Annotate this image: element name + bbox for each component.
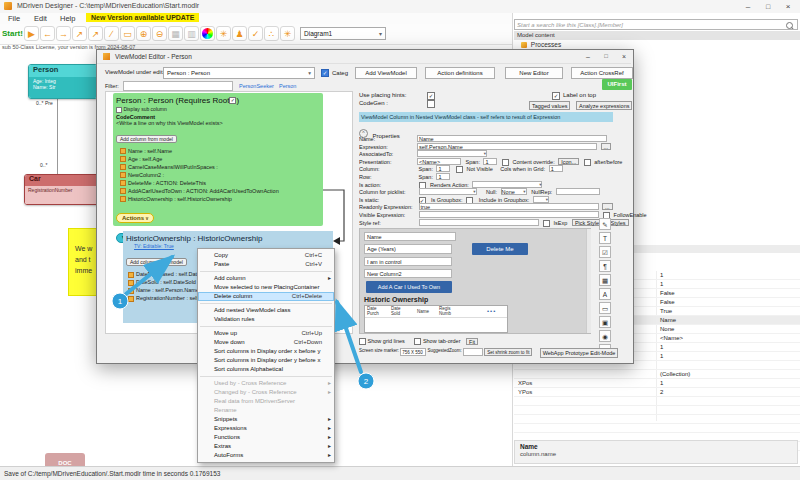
menu-item-delete-column[interactable]: Delete columnCtrl+Delete (198, 292, 334, 301)
zoom-in-icon[interactable]: ⊕ (136, 26, 151, 41)
text-icon[interactable]: T (599, 232, 611, 244)
menu-item-sort-x-before-y[interactable]: Sort columns in Display order x before y (198, 347, 334, 356)
action-crossref-button[interactable]: Action CrossRef (571, 67, 633, 79)
expression-ellipsis-button[interactable]: ... (601, 143, 612, 150)
menu-item-copy[interactable]: CopyCtrl+C (198, 251, 334, 260)
menu-file[interactable]: File (8, 14, 20, 23)
button-icon[interactable]: ▭ (599, 302, 611, 314)
add-column-button[interactable]: Add column from model (126, 258, 187, 266)
menu-item-add-column[interactable]: Add column▸ (198, 274, 334, 283)
tree-item-processes[interactable]: Processes (521, 41, 561, 48)
styleref-field[interactable] (419, 219, 539, 226)
fit-button[interactable]: Fit (466, 338, 478, 345)
class-box-car[interactable]: Car RegistrationNumber (24, 174, 100, 205)
preview-delete-me-button[interactable]: Delete Me (472, 243, 528, 255)
show-grid-lines-checkbox[interactable] (359, 338, 366, 345)
dialog-maximize-button[interactable]: □ (598, 51, 614, 62)
minimize-button[interactable]: – (740, 1, 756, 12)
webapp-prototype-button[interactable]: WebApp Prototype Edit-Mode (540, 348, 619, 358)
grid-menu-dots-icon[interactable]: ••• (487, 308, 496, 314)
class-box-person[interactable]: Person Age: Integ Name: Str (28, 64, 98, 99)
readonly-field[interactable]: true (419, 203, 599, 210)
paragraph-icon[interactable]: ¶ (599, 260, 611, 272)
search-input[interactable]: Start a search like this [Class].[Member… (514, 19, 798, 30)
image-icon[interactable]: ▣ (599, 316, 611, 328)
associatedto-select[interactable] (417, 150, 487, 157)
nullrep-field[interactable] (556, 188, 600, 195)
vm-column[interactable]: CamelCaseMeansIWillPutInSpaces : (120, 163, 320, 171)
menu-item-expressions[interactable]: Expressions▸ (198, 424, 334, 433)
menu-item-validation-rules[interactable]: Validation rules (198, 315, 334, 324)
checkbox-icon[interactable]: ☑ (599, 246, 611, 258)
menu-item-functions[interactable]: Functions▸ (198, 433, 334, 442)
menu-item-sort-y-before-x[interactable]: Sort columns in Display order y before x (198, 356, 334, 365)
nav-back-icon[interactable]: ← (40, 26, 55, 41)
user-icon[interactable]: ♟ (232, 26, 247, 41)
link-personseeker[interactable]: PersonSeeker (239, 83, 274, 89)
menu-help[interactable]: Help (60, 14, 75, 23)
menu-item-sort-alphabetical[interactable]: Sort columns Alphabetical (198, 365, 334, 374)
table-row[interactable]: YPos2 (514, 388, 800, 397)
preview-grid[interactable]: DatePurch DateSold Name RegisNumb ••• (364, 305, 508, 333)
display-sub-checkbox[interactable] (116, 107, 122, 113)
vm-column[interactable]: AddACarIUsedToOwn : ACTION: AddACarIUsed… (120, 187, 320, 195)
menu-item-add-nested-viewmodel[interactable]: Add nested ViewModel class (198, 306, 334, 315)
preview-name-input[interactable]: Name (364, 232, 456, 241)
vm-column[interactable]: DeleteMe : ACTION: DeleteThis (120, 179, 320, 187)
row-span-field[interactable]: 1 (436, 173, 450, 180)
update-notice[interactable]: New Version available UPDATE (86, 13, 199, 22)
table-row[interactable]: XPos1 (514, 379, 800, 388)
preview-control-input[interactable]: I am in control (364, 257, 452, 266)
isexp-checkbox[interactable] (543, 220, 550, 227)
action-definitions-button[interactable]: Action definitions (425, 67, 495, 79)
zoom-out-icon[interactable]: ⊖ (152, 26, 167, 41)
edit-icon[interactable]: ✎ (599, 218, 611, 230)
readonly-ellipsis-button[interactable]: ... (602, 203, 613, 210)
link-tool-icon[interactable]: ↗ (72, 26, 87, 41)
close-button[interactable]: × (780, 1, 796, 12)
vm-column[interactable]: Age : self.Age (120, 155, 320, 163)
table-row[interactable]: (Collection) (514, 370, 800, 379)
start-button[interactable]: Start! (2, 29, 23, 38)
label-icon[interactable]: A (599, 288, 611, 300)
preview-scrollbar[interactable] (586, 229, 591, 333)
calendar-icon[interactable]: ▦ (599, 274, 611, 286)
menu-item-move-to-placingcontainer[interactable]: Move selected to new PlacingContainer (198, 283, 334, 292)
renders-action-select[interactable] (472, 181, 542, 188)
vm-column[interactable]: HistoricOwnership : self.HistoricOwnersh… (120, 195, 320, 203)
menu-item-real-data[interactable]: Real data from MDrivenServer (198, 397, 334, 406)
preview-newcolumn2-input[interactable]: New Column2 (364, 269, 452, 278)
presentation-span-field[interactable]: 1 (483, 158, 497, 165)
link-tool2-icon[interactable]: ↗ (88, 26, 103, 41)
suggested-zoom-field[interactable] (463, 348, 483, 356)
expression-field[interactable]: self.Person.Name (417, 143, 597, 150)
tagged-values-button[interactable]: Tagged values (529, 101, 570, 110)
picklist-select[interactable] (419, 188, 477, 195)
link-person[interactable]: Person (279, 83, 296, 89)
new-editor-button[interactable]: New Editor (505, 67, 563, 79)
dialog-minimize-button[interactable]: – (580, 51, 596, 62)
add-column-button[interactable]: Add column from model (116, 135, 177, 143)
association-icon[interactable]: ∴ (264, 26, 279, 41)
copy-diagram-icon[interactable]: ▥ (184, 26, 199, 41)
menu-item-paste[interactable]: PasteCtrl+V (198, 260, 334, 269)
menu-item-used-by[interactable]: Used by - Cross Reference▸ (198, 379, 334, 388)
include-groupbox-select[interactable] (533, 196, 549, 203)
menu-item-move-down[interactable]: Move downCtrl+Down (198, 338, 334, 347)
menu-item-snippets[interactable]: Snippets▸ (198, 415, 334, 424)
color-wheel-icon[interactable] (200, 26, 215, 41)
add-viewmodel-button[interactable]: Add ViewModel (355, 67, 417, 79)
shrink-zoom-button[interactable]: Set shrink zoom to fit (484, 348, 532, 356)
cols-in-grid-field[interactable]: 1 (549, 165, 563, 172)
vm-column[interactable]: NewColumn2 : (120, 171, 320, 179)
viewmodel-select[interactable]: ▾ Person : Person (163, 67, 315, 79)
menu-item-move-up[interactable]: Move upCtrl+Up (198, 329, 334, 338)
grid-view-icon[interactable]: ▦ (168, 26, 183, 41)
presentation-field[interactable]: <Name> (417, 158, 461, 165)
afterbefore-checkbox[interactable] (584, 159, 591, 166)
preview-add-car-button[interactable]: Add A Car I Used To Own (366, 281, 452, 293)
codegen-checkbox[interactable] (427, 100, 435, 108)
viewmodel-root-panel[interactable]: Person : Person (Requires Root✓) Display… (113, 93, 323, 226)
gear-icon[interactable]: ✳ (280, 26, 295, 41)
menu-item-extras[interactable]: Extras▸ (198, 442, 334, 451)
